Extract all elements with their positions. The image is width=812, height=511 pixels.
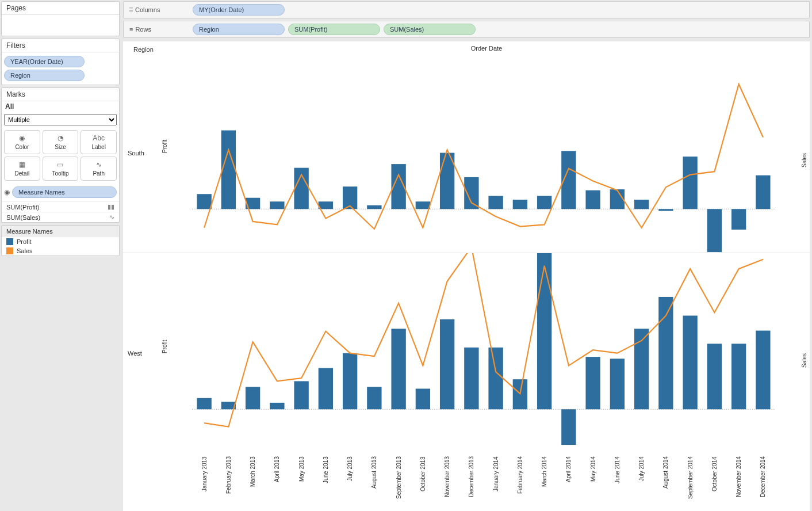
profit-bar[interactable]	[367, 205, 381, 209]
profit-bar[interactable]	[221, 131, 236, 209]
profit-bar[interactable]	[537, 196, 551, 209]
profit-bar[interactable]	[731, 344, 746, 410]
profit-bar[interactable]	[246, 387, 260, 409]
sales-line[interactable]	[204, 253, 763, 427]
profit-bar[interactable]	[391, 329, 405, 409]
rows-pill-sales[interactable]: SUM(Sales)	[384, 24, 476, 35]
legend-swatch-profit	[6, 238, 13, 245]
x-axis-tick-label: July 2013	[347, 453, 353, 511]
profit-bar[interactable]	[658, 209, 673, 211]
profit-bar[interactable]	[756, 331, 770, 410]
profit-bar[interactable]	[537, 253, 551, 409]
columns-label: Columns	[135, 6, 160, 13]
profit-bar[interactable]	[731, 209, 746, 230]
marks-path-button[interactable]: ∿Path	[81, 157, 117, 181]
marks-color-pill[interactable]: Measure Names	[12, 186, 117, 198]
profit-bar[interactable]	[658, 297, 673, 409]
color-icon: ◉	[4, 188, 10, 196]
profit-bar[interactable]	[683, 157, 697, 209]
columns-icon: ⦙⦙⦙	[129, 6, 133, 14]
profit-bar[interactable]	[585, 357, 600, 409]
label-icon: Abc	[82, 134, 115, 142]
profit-bar[interactable]	[416, 201, 430, 209]
profit-bar[interactable]	[561, 409, 576, 445]
profit-bar[interactable]	[319, 368, 333, 410]
profit-bar[interactable]	[197, 194, 211, 209]
x-axis-tick-label: May 2013	[298, 453, 305, 511]
marks-type-select[interactable]: Multiple	[4, 114, 117, 125]
chart-row: SouthProfitSales-2K0K2K4K6K8K0K10K20K30K	[123, 53, 810, 253]
size-icon: ◔	[44, 134, 77, 142]
x-axis-tick-label: December 2013	[468, 453, 474, 511]
profit-bar[interactable]	[464, 348, 478, 409]
region-row-label: South	[123, 53, 163, 253]
x-axis-tick-label: November 2014	[736, 453, 742, 511]
profit-bar[interactable]	[488, 196, 503, 209]
profit-bar[interactable]	[707, 209, 722, 252]
filter-pill-year[interactable]: YEAR(Order Date)	[4, 56, 85, 67]
orderdate-header: Order Date	[163, 41, 810, 53]
marks-all-label: All	[2, 101, 119, 112]
x-axis-tick-label: February 2013	[225, 453, 232, 511]
profit-bar[interactable]	[343, 353, 357, 410]
profit-bar[interactable]	[707, 344, 722, 410]
profit-bar[interactable]	[270, 403, 284, 409]
profit-bar[interactable]	[319, 201, 333, 209]
profit-bar[interactable]	[416, 389, 430, 410]
marks-tooltip-button[interactable]: ▭Tooltip	[43, 157, 79, 181]
marks-title: Marks	[2, 88, 119, 101]
profit-bar[interactable]	[488, 348, 503, 409]
sales-line[interactable]	[204, 84, 763, 229]
filters-title: Filters	[2, 39, 119, 52]
rows-pill-profit[interactable]: SUM(Profit)	[288, 24, 380, 35]
marks-label-button[interactable]: AbcLabel	[81, 130, 117, 154]
columns-shelf[interactable]: ⦙⦙⦙Columns MY(Order Date)	[123, 1, 810, 18]
chart-row: WestProfitSales-2K0K2K4K6K8K0K10K20K30K	[123, 253, 810, 453]
path-icon: ∿	[82, 161, 115, 169]
marks-color-button[interactable]: ◉Color	[4, 130, 40, 154]
x-axis-tick-label: March 2014	[541, 453, 547, 511]
marks-size-button[interactable]: ◔Size	[43, 130, 79, 154]
profit-bar[interactable]	[440, 319, 454, 409]
legend-swatch-sales	[6, 247, 13, 254]
legend-item-profit[interactable]: Profit	[2, 237, 119, 246]
x-axis-tick-label: August 2013	[371, 453, 377, 511]
profit-bar[interactable]	[367, 387, 381, 409]
region-row-label: West	[123, 253, 163, 453]
profit-bar[interactable]	[683, 316, 697, 410]
profit-bar[interactable]	[756, 176, 770, 209]
profit-bar[interactable]	[294, 382, 308, 410]
legend-card: Measure Names Profit Sales	[1, 225, 120, 256]
profit-bar[interactable]	[585, 190, 600, 209]
main-area: ⦙⦙⦙Columns MY(Order Date) ≡Rows Region S…	[121, 0, 812, 511]
columns-pill-orderdate[interactable]: MY(Order Date)	[193, 4, 285, 16]
marks-detail-button[interactable]: ▦Detail	[4, 157, 40, 181]
x-axis-tick-label: September 2014	[687, 453, 694, 511]
rows-pill-region[interactable]: Region	[193, 24, 285, 35]
region-header: Region	[133, 46, 154, 53]
x-axis-tick-label: March 2013	[250, 453, 256, 511]
chart-svg: -2K0K2K4K6K8K0K10K20K30K	[192, 53, 775, 253]
rows-shelf[interactable]: ≡Rows Region SUM(Profit) SUM(Sales)	[123, 21, 810, 38]
profit-bar[interactable]	[610, 359, 625, 410]
x-axis-tick-label: June 2013	[323, 453, 329, 511]
legend-item-sales[interactable]: Sales	[2, 246, 119, 255]
measure-profit-row[interactable]: SUM(Profit) ▮▮	[2, 201, 119, 212]
bars-icon: ▮▮	[108, 203, 114, 211]
pages-shelf[interactable]: Pages	[1, 1, 120, 36]
filters-shelf[interactable]: Filters YEAR(Order Date) Region	[1, 39, 120, 85]
rows-label: Rows	[135, 26, 151, 33]
profit-bar[interactable]	[270, 201, 284, 209]
legend-title: Measure Names	[2, 226, 119, 237]
measure-sales-row[interactable]: SUM(Sales) ∿	[2, 212, 119, 222]
x-axis-tick-label: January 2014	[493, 453, 499, 511]
profit-bar[interactable]	[634, 200, 649, 209]
filter-pill-region[interactable]: Region	[4, 70, 85, 81]
profit-bar[interactable]	[513, 200, 527, 209]
pages-title: Pages	[2, 2, 119, 15]
rows-icon: ≡	[129, 26, 133, 33]
x-axis-tick-label: June 2014	[614, 453, 621, 511]
color-icon: ◉	[6, 134, 39, 142]
detail-icon: ▦	[6, 161, 39, 169]
profit-bar[interactable]	[197, 398, 211, 410]
